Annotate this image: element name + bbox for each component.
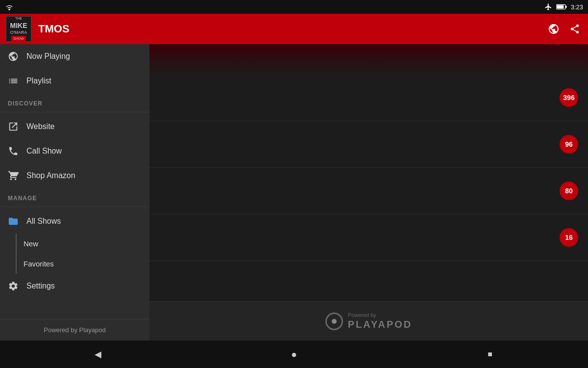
main-layout: THE MIKE O'MARA SHOW TMOS N	[0, 14, 588, 368]
app-title: TMOS	[38, 23, 70, 35]
badge-80: 80	[560, 182, 578, 200]
badge-16: 16	[560, 228, 578, 247]
home-icon[interactable]: ●	[291, 349, 297, 360]
clock: 3:23	[571, 3, 583, 11]
sidebar: Now Playing Playlist DISCOVER	[0, 44, 149, 341]
share-icon[interactable]	[569, 24, 580, 34]
status-bar: 3:23	[0, 0, 588, 14]
playlist-label: Playlist	[26, 77, 51, 85]
status-bar-left	[5, 3, 14, 10]
svg-rect-3	[565, 6, 566, 8]
sidebar-footer: Powered by Playapod	[0, 319, 149, 341]
sidebar-item-settings[interactable]: Settings	[0, 274, 149, 298]
app-logo: THE MIKE O'MARA SHOW	[6, 16, 31, 42]
back-icon[interactable]: ◀	[95, 349, 101, 360]
gear-icon	[8, 281, 19, 291]
header-actions	[548, 23, 580, 35]
nav-back[interactable]: ◀	[0, 349, 196, 360]
badge-16-value: 16	[565, 234, 573, 241]
powered-by-text: Powered by	[348, 312, 412, 318]
logo-omara: O'MARA	[10, 30, 27, 36]
all-shows-label: All Shows	[26, 217, 61, 226]
badge-396: 396	[560, 88, 578, 107]
sidebar-item-now-playing[interactable]: Now Playing	[0, 44, 149, 69]
nav-bar: ◀ ● ■	[0, 341, 588, 368]
svg-point-0	[8, 9, 10, 11]
discover-divider	[0, 112, 149, 112]
playapod-logo: Powered by PLAYAPOD	[325, 312, 412, 330]
app-header: THE MIKE O'MARA SHOW TMOS	[0, 14, 588, 44]
status-bar-right: 3:23	[544, 3, 583, 11]
main-content: 396 96 80 16	[149, 44, 588, 341]
manage-divider	[0, 207, 149, 207]
content-footer: Powered by PLAYAPOD	[149, 301, 588, 341]
sidebar-item-favorites[interactable]: Favorites	[0, 254, 149, 274]
battery-icon	[556, 4, 567, 10]
sidebar-item-playlist[interactable]: Playlist	[0, 69, 149, 93]
new-label: New	[24, 239, 38, 248]
playapod-text: Powered by PLAYAPOD	[348, 312, 412, 330]
favorites-label: Favorites	[24, 260, 54, 268]
sidebar-item-all-shows[interactable]: All Shows	[0, 209, 149, 234]
airplane-icon	[544, 3, 552, 11]
settings-label: Settings	[26, 282, 55, 290]
content-area: Now Playing Playlist DISCOVER	[0, 44, 588, 341]
now-playing-label: Now Playing	[26, 52, 70, 61]
website-label: Website	[26, 122, 55, 131]
cart-icon	[8, 170, 19, 181]
badge-96: 96	[560, 135, 578, 154]
playlist-icon	[8, 76, 19, 86]
phone-icon	[8, 146, 19, 157]
folder-icon	[8, 216, 19, 227]
square-icon[interactable]: ■	[488, 350, 492, 359]
logo-the: THE	[15, 16, 22, 21]
manage-section-label: MANAGE	[0, 188, 149, 205]
content-row-4: 16	[149, 214, 588, 261]
globe-nav-icon	[8, 51, 19, 62]
logo-mike: MIKE	[10, 21, 27, 30]
sidebar-item-new[interactable]: New	[0, 234, 149, 254]
badge-396-value: 396	[563, 94, 574, 102]
sidebar-item-call-show[interactable]: Call Show	[0, 139, 149, 163]
badge-96-value: 96	[565, 140, 573, 148]
nav-square[interactable]: ■	[392, 350, 588, 359]
sidebar-item-shop-amazon[interactable]: Shop Amazon	[0, 163, 149, 188]
sidebar-nav: Now Playing Playlist DISCOVER	[0, 44, 149, 319]
content-rows: 396 96 80 16	[149, 75, 588, 301]
footer-text: Powered by Playapod	[44, 326, 105, 334]
external-link-icon	[8, 121, 19, 132]
cd-icon	[325, 313, 343, 330]
svg-rect-2	[557, 5, 564, 8]
logo-show: SHOW	[11, 36, 26, 41]
sidebar-item-website[interactable]: Website	[0, 114, 149, 139]
brand-name-text: PLAYAPOD	[348, 319, 412, 330]
badge-80-value: 80	[565, 187, 573, 195]
discover-section-label: DISCOVER	[0, 93, 149, 110]
content-row-2: 96	[149, 121, 588, 168]
call-show-label: Call Show	[26, 147, 62, 156]
shop-amazon-label: Shop Amazon	[26, 171, 75, 180]
globe-icon[interactable]	[548, 23, 560, 35]
content-header	[149, 44, 588, 75]
content-row-3: 80	[149, 168, 588, 214]
wifi-icon	[5, 3, 14, 10]
content-row-1: 396	[149, 75, 588, 121]
nav-home[interactable]: ●	[196, 349, 392, 360]
